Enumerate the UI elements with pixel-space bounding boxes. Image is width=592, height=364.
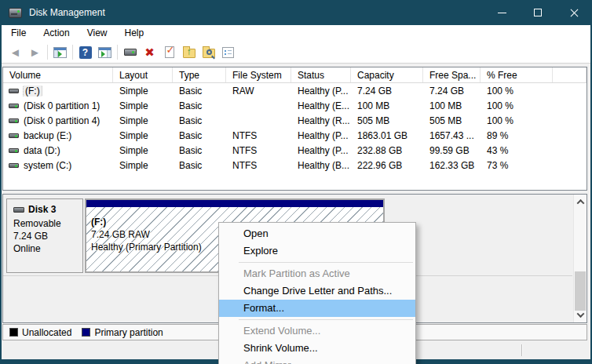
legend-label: Unallocated	[22, 327, 71, 338]
column-header-volume[interactable]: Volume	[3, 67, 113, 82]
console-tree-icon	[53, 47, 67, 58]
column-header-layout[interactable]: Layout	[113, 67, 173, 82]
disk-info-box[interactable]: Disk 3 Removable 7.24 GB Online	[6, 198, 83, 273]
legend-label: Primary partition	[94, 327, 163, 338]
forward-icon: ►	[29, 46, 41, 58]
app-icon	[9, 8, 22, 18]
maximize-button[interactable]	[520, 0, 556, 25]
column-header-type[interactable]: Type	[173, 67, 226, 82]
column-header-file-system[interactable]: File System	[226, 67, 291, 82]
properties-list-button[interactable]	[218, 43, 238, 62]
close-icon	[569, 8, 579, 18]
refresh-disk-button[interactable]	[120, 43, 140, 62]
help-icon: ?	[79, 46, 92, 59]
column-header-free-space[interactable]: Free Spa...	[423, 67, 481, 82]
menu-item-open[interactable]: Open	[219, 225, 415, 242]
toolbar: ◄ ► ? ✖ ✓ ↑	[2, 42, 590, 64]
chevron-up-icon	[576, 199, 584, 207]
folder-explore-icon	[203, 49, 215, 58]
menu-file[interactable]: File	[2, 25, 35, 42]
magnifier-icon	[206, 49, 212, 55]
volume-list-panel: Volume Layout Type File System Status Ca…	[2, 67, 587, 191]
menu-item-change-drive-letter[interactable]: Change Drive Letter and Paths...	[219, 282, 415, 300]
primary-partition-strip	[86, 200, 383, 207]
menu-action[interactable]: Action	[35, 25, 78, 42]
unallocated-swatch	[9, 328, 18, 337]
back-icon: ◄	[9, 46, 21, 58]
partition-health: Healthy (Primary Partition)	[91, 241, 202, 253]
column-header-capacity[interactable]: Capacity	[351, 67, 423, 82]
table-row[interactable]: backup (E:) Simple Basic NTFS Healthy (P…	[3, 128, 587, 143]
menu-item-mark-partition-active: Mark Partition as Active	[219, 265, 415, 282]
toolbar-separator	[72, 45, 73, 60]
volume-name: backup (E:)	[24, 130, 71, 141]
volume-name: (F:)	[24, 86, 42, 96]
menu-item-format[interactable]: Format...	[219, 300, 415, 317]
volume-name: data (D:)	[24, 145, 60, 156]
caption-buttons	[484, 0, 592, 25]
status-bar-divider	[521, 344, 523, 356]
open-button[interactable]: ↑	[179, 43, 199, 62]
context-menu: Open Explore Mark Partition as Active Ch…	[218, 222, 416, 364]
maximize-icon	[534, 9, 542, 16]
disk-status: Online	[13, 242, 82, 255]
menu-view[interactable]: View	[79, 25, 116, 42]
menu-separator	[239, 262, 413, 263]
volume-icon	[9, 163, 19, 168]
scroll-up-button[interactable]	[574, 195, 587, 209]
legend-primary-partition: Primary partition	[82, 327, 163, 338]
action-pane-button[interactable]	[95, 43, 115, 62]
menu-item-shrink-volume[interactable]: Shrink Volume...	[219, 340, 415, 357]
minimize-button[interactable]	[484, 0, 520, 25]
volume-name: (Disk 0 partition 1)	[24, 100, 100, 111]
document-check-icon: ✓	[165, 46, 174, 58]
chevron-down-icon	[576, 310, 584, 318]
table-row[interactable]: (Disk 0 partition 4) Simple Basic Health…	[3, 113, 587, 128]
column-header-status[interactable]: Status	[291, 67, 351, 82]
folder-open-icon: ↑	[183, 49, 196, 58]
volume-icon	[9, 104, 19, 108]
volume-icon	[9, 118, 19, 123]
menu-item-explore[interactable]: Explore	[219, 242, 415, 260]
partition-label: (F:)	[91, 216, 202, 228]
menu-bar: File Action View Help	[2, 25, 590, 42]
partition-size-fs: 7.24 GB RAW	[91, 228, 202, 241]
volume-name: system (C:)	[24, 160, 71, 171]
close-button[interactable]	[556, 0, 592, 25]
volume-table-header: Volume Layout Type File System Status Ca…	[3, 67, 587, 83]
menu-item-add-mirror: Add Mirror...	[219, 357, 415, 364]
vertical-scrollbar[interactable]	[573, 195, 587, 322]
menu-help[interactable]: Help	[116, 25, 153, 42]
column-header-pct-free[interactable]: % Free	[481, 67, 553, 82]
table-row[interactable]: system (C:) Simple Basic NTFS Healthy (B…	[3, 158, 587, 173]
window-title: Disk Management	[29, 7, 105, 18]
minimize-icon	[498, 13, 506, 13]
explore-button[interactable]	[199, 43, 218, 62]
scroll-down-button[interactable]	[574, 308, 587, 322]
action-pane-icon	[98, 47, 111, 58]
volume-icon	[9, 89, 19, 93]
toolbar-separator	[117, 45, 118, 60]
table-row[interactable]: data (D:) Simple Basic NTFS Healthy (P..…	[3, 143, 587, 158]
check-volume-button[interactable]: ✓	[159, 43, 179, 62]
delete-icon: ✖	[144, 46, 155, 58]
volume-icon	[9, 148, 19, 153]
disk-name: Disk 3	[28, 203, 56, 216]
menu-separator	[239, 319, 413, 320]
help-button[interactable]: ?	[75, 43, 95, 62]
volume-icon	[9, 133, 19, 138]
primary-partition-swatch	[82, 328, 90, 337]
disk-size: 7.24 GB	[13, 230, 82, 242]
column-header-blank	[553, 67, 587, 82]
forward-button[interactable]: ►	[25, 43, 45, 62]
disk-media-type: Removable	[13, 217, 82, 230]
table-row[interactable]: (F:) Simple Basic RAW Healthy (P... 7.24…	[3, 83, 587, 98]
toolbar-separator	[47, 45, 48, 60]
checklist-icon	[222, 47, 234, 58]
scrollbar-thumb[interactable]	[575, 271, 586, 311]
partition-text: (F:) 7.24 GB RAW Healthy (Primary Partit…	[91, 216, 202, 253]
show-console-tree-button[interactable]	[50, 43, 70, 62]
back-button[interactable]: ◄	[5, 43, 25, 62]
table-row[interactable]: (Disk 0 partition 1) Simple Basic Health…	[3, 98, 587, 113]
delete-volume-button[interactable]: ✖	[140, 43, 159, 62]
